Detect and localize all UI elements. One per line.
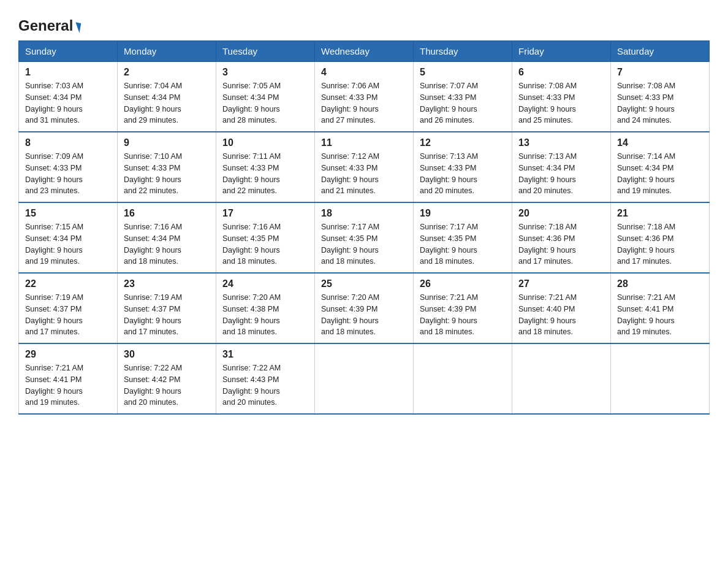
calendar-cell: 24Sunrise: 7:20 AMSunset: 4:38 PMDayligh… xyxy=(216,273,315,343)
calendar-cell: 27Sunrise: 7:21 AMSunset: 4:40 PMDayligh… xyxy=(512,273,611,343)
day-number: 22 xyxy=(25,278,111,289)
day-info: Sunrise: 7:08 AMSunset: 4:33 PMDaylight:… xyxy=(617,80,703,126)
calendar-cell: 4Sunrise: 7:06 AMSunset: 4:33 PMDaylight… xyxy=(315,62,414,132)
calendar-cell: 12Sunrise: 7:13 AMSunset: 4:33 PMDayligh… xyxy=(414,132,512,202)
day-number: 20 xyxy=(518,208,604,219)
calendar-cell: 8Sunrise: 7:09 AMSunset: 4:33 PMDaylight… xyxy=(19,132,118,202)
calendar-cell: 2Sunrise: 7:04 AMSunset: 4:34 PMDaylight… xyxy=(118,62,216,132)
week-row-2: 8Sunrise: 7:09 AMSunset: 4:33 PMDaylight… xyxy=(19,132,710,202)
day-info: Sunrise: 7:16 AMSunset: 4:35 PMDaylight:… xyxy=(222,221,308,267)
calendar-cell: 10Sunrise: 7:11 AMSunset: 4:33 PMDayligh… xyxy=(216,132,315,202)
day-info: Sunrise: 7:20 AMSunset: 4:38 PMDaylight:… xyxy=(222,292,308,338)
calendar-cell: 13Sunrise: 7:13 AMSunset: 4:34 PMDayligh… xyxy=(512,132,611,202)
day-info: Sunrise: 7:21 AMSunset: 4:41 PMDaylight:… xyxy=(25,362,111,408)
day-info: Sunrise: 7:07 AMSunset: 4:33 PMDaylight:… xyxy=(420,80,506,126)
day-info: Sunrise: 7:20 AMSunset: 4:39 PMDaylight:… xyxy=(321,292,407,338)
calendar-cell xyxy=(315,343,414,414)
day-number: 2 xyxy=(124,67,210,78)
calendar-cell: 6Sunrise: 7:08 AMSunset: 4:33 PMDaylight… xyxy=(512,62,611,132)
day-number: 11 xyxy=(321,137,407,148)
calendar-cell: 11Sunrise: 7:12 AMSunset: 4:33 PMDayligh… xyxy=(315,132,414,202)
calendar-cell: 17Sunrise: 7:16 AMSunset: 4:35 PMDayligh… xyxy=(216,202,315,273)
day-header-friday: Friday xyxy=(512,41,611,62)
calendar-cell: 31Sunrise: 7:22 AMSunset: 4:43 PMDayligh… xyxy=(216,343,315,414)
day-info: Sunrise: 7:11 AMSunset: 4:33 PMDaylight:… xyxy=(222,151,308,197)
day-info: Sunrise: 7:09 AMSunset: 4:33 PMDaylight:… xyxy=(25,151,111,197)
calendar-cell: 1Sunrise: 7:03 AMSunset: 4:34 PMDaylight… xyxy=(19,62,118,132)
day-number: 10 xyxy=(222,137,308,148)
calendar-cell: 25Sunrise: 7:20 AMSunset: 4:39 PMDayligh… xyxy=(315,273,414,343)
day-info: Sunrise: 7:05 AMSunset: 4:34 PMDaylight:… xyxy=(222,80,308,126)
day-number: 3 xyxy=(222,67,308,78)
day-number: 7 xyxy=(617,67,703,78)
day-number: 24 xyxy=(222,278,308,289)
calendar-cell: 30Sunrise: 7:22 AMSunset: 4:42 PMDayligh… xyxy=(118,343,216,414)
day-info: Sunrise: 7:21 AMSunset: 4:41 PMDaylight:… xyxy=(617,292,703,338)
day-number: 6 xyxy=(518,67,604,78)
day-number: 9 xyxy=(124,137,210,148)
calendar-cell: 20Sunrise: 7:18 AMSunset: 4:36 PMDayligh… xyxy=(512,202,611,273)
day-number: 13 xyxy=(518,137,604,148)
day-info: Sunrise: 7:18 AMSunset: 4:36 PMDaylight:… xyxy=(617,221,703,267)
day-number: 26 xyxy=(420,278,506,289)
day-info: Sunrise: 7:03 AMSunset: 4:34 PMDaylight:… xyxy=(25,80,111,126)
calendar-cell: 19Sunrise: 7:17 AMSunset: 4:35 PMDayligh… xyxy=(414,202,512,273)
day-info: Sunrise: 7:10 AMSunset: 4:33 PMDaylight:… xyxy=(124,151,210,197)
day-number: 12 xyxy=(420,137,506,148)
day-info: Sunrise: 7:16 AMSunset: 4:34 PMDaylight:… xyxy=(124,221,210,267)
day-info: Sunrise: 7:04 AMSunset: 4:34 PMDaylight:… xyxy=(124,80,210,126)
day-number: 1 xyxy=(25,67,111,78)
day-number: 19 xyxy=(420,208,506,219)
day-number: 27 xyxy=(518,278,604,289)
calendar-cell xyxy=(414,343,512,414)
calendar-cell: 26Sunrise: 7:21 AMSunset: 4:39 PMDayligh… xyxy=(414,273,512,343)
day-info: Sunrise: 7:08 AMSunset: 4:33 PMDaylight:… xyxy=(518,80,604,126)
day-number: 5 xyxy=(420,67,506,78)
day-number: 8 xyxy=(25,137,111,148)
day-number: 30 xyxy=(124,349,210,360)
day-info: Sunrise: 7:21 AMSunset: 4:39 PMDaylight:… xyxy=(420,292,506,338)
week-row-3: 15Sunrise: 7:15 AMSunset: 4:34 PMDayligh… xyxy=(19,202,710,273)
calendar-cell: 21Sunrise: 7:18 AMSunset: 4:36 PMDayligh… xyxy=(611,202,710,273)
day-header-thursday: Thursday xyxy=(414,41,512,62)
calendar-cell: 5Sunrise: 7:07 AMSunset: 4:33 PMDaylight… xyxy=(414,62,512,132)
day-info: Sunrise: 7:14 AMSunset: 4:34 PMDaylight:… xyxy=(617,151,703,197)
day-info: Sunrise: 7:17 AMSunset: 4:35 PMDaylight:… xyxy=(420,221,506,267)
calendar-table: SundayMondayTuesdayWednesdayThursdayFrid… xyxy=(18,40,710,415)
day-number: 28 xyxy=(617,278,703,289)
calendar-cell: 7Sunrise: 7:08 AMSunset: 4:33 PMDaylight… xyxy=(611,62,710,132)
page-header: General xyxy=(18,12,710,34)
day-number: 21 xyxy=(617,208,703,219)
calendar-cell: 14Sunrise: 7:14 AMSunset: 4:34 PMDayligh… xyxy=(611,132,710,202)
calendar-cell: 9Sunrise: 7:10 AMSunset: 4:33 PMDaylight… xyxy=(118,132,216,202)
day-info: Sunrise: 7:21 AMSunset: 4:40 PMDaylight:… xyxy=(518,292,604,338)
day-info: Sunrise: 7:22 AMSunset: 4:43 PMDaylight:… xyxy=(222,362,308,408)
week-row-5: 29Sunrise: 7:21 AMSunset: 4:41 PMDayligh… xyxy=(19,343,710,414)
day-number: 23 xyxy=(124,278,210,289)
day-number: 16 xyxy=(124,208,210,219)
day-info: Sunrise: 7:19 AMSunset: 4:37 PMDaylight:… xyxy=(25,292,111,338)
calendar-header-row: SundayMondayTuesdayWednesdayThursdayFrid… xyxy=(19,41,710,62)
day-info: Sunrise: 7:06 AMSunset: 4:33 PMDaylight:… xyxy=(321,80,407,126)
day-info: Sunrise: 7:13 AMSunset: 4:34 PMDaylight:… xyxy=(518,151,604,197)
day-number: 29 xyxy=(25,349,111,360)
day-header-saturday: Saturday xyxy=(611,41,710,62)
calendar-cell: 15Sunrise: 7:15 AMSunset: 4:34 PMDayligh… xyxy=(19,202,118,273)
calendar-cell: 29Sunrise: 7:21 AMSunset: 4:41 PMDayligh… xyxy=(19,343,118,414)
day-number: 17 xyxy=(222,208,308,219)
logo-general-text: General xyxy=(18,17,80,34)
calendar-cell: 23Sunrise: 7:19 AMSunset: 4:37 PMDayligh… xyxy=(118,273,216,343)
week-row-4: 22Sunrise: 7:19 AMSunset: 4:37 PMDayligh… xyxy=(19,273,710,343)
logo-triangle-icon xyxy=(74,22,82,33)
day-number: 15 xyxy=(25,208,111,219)
day-info: Sunrise: 7:12 AMSunset: 4:33 PMDaylight:… xyxy=(321,151,407,197)
calendar-cell: 16Sunrise: 7:16 AMSunset: 4:34 PMDayligh… xyxy=(118,202,216,273)
calendar-cell: 22Sunrise: 7:19 AMSunset: 4:37 PMDayligh… xyxy=(19,273,118,343)
day-info: Sunrise: 7:18 AMSunset: 4:36 PMDaylight:… xyxy=(518,221,604,267)
week-row-1: 1Sunrise: 7:03 AMSunset: 4:34 PMDaylight… xyxy=(19,62,710,132)
day-info: Sunrise: 7:22 AMSunset: 4:42 PMDaylight:… xyxy=(124,362,210,408)
day-header-monday: Monday xyxy=(118,41,216,62)
day-info: Sunrise: 7:17 AMSunset: 4:35 PMDaylight:… xyxy=(321,221,407,267)
day-number: 25 xyxy=(321,278,407,289)
day-info: Sunrise: 7:15 AMSunset: 4:34 PMDaylight:… xyxy=(25,221,111,267)
